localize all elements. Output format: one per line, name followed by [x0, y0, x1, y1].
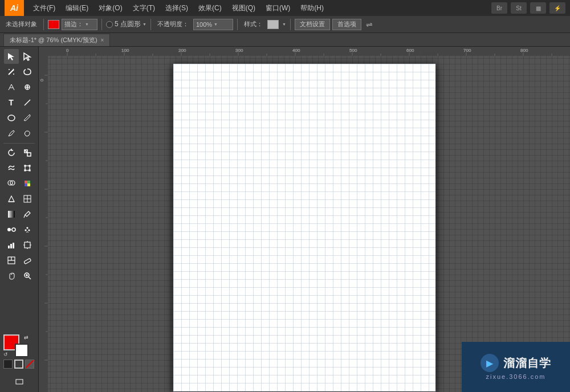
selection-tool[interactable]: [4, 49, 19, 64]
fg-bg-colors: ⇄ ↺: [3, 334, 28, 357]
column-graph-tool[interactable]: [4, 238, 19, 252]
svg-line-32: [24, 215, 25, 218]
menu-bar: 文件(F) 编辑(E) 对象(O) 文字(T) 选择(S) 效果(C) 视图(Q…: [28, 2, 487, 14]
svg-text:200: 200: [178, 48, 186, 53]
tool-row-3: [0, 80, 38, 95]
paintbrush-tool[interactable]: [20, 111, 35, 125]
background-color[interactable]: [15, 344, 28, 357]
options-bar: 未选择对象 描边： 5 点圆形 ▼ 不透明度： 100% 样式： ▼ 文档设置 …: [0, 16, 570, 33]
pencil-tool[interactable]: [4, 126, 19, 141]
tool-row-14: [0, 253, 38, 268]
artboard[interactable]: [173, 64, 435, 391]
zoom-tool[interactable]: [20, 268, 35, 283]
ellipse-tool[interactable]: [4, 111, 19, 125]
pen-tool[interactable]: [4, 80, 19, 95]
fill-color-swatch[interactable]: [48, 20, 59, 29]
svg-rect-40: [10, 244, 12, 248]
free-transform-tool[interactable]: [20, 161, 35, 175]
magic-wand-tool[interactable]: [4, 64, 19, 79]
preferences-button[interactable]: 首选项: [332, 19, 361, 30]
menu-window[interactable]: 窗口(W): [261, 2, 295, 14]
reset-colors-icon[interactable]: ↺: [3, 352, 8, 357]
menu-view[interactable]: 视图(Q): [227, 2, 260, 14]
style-swatch[interactable]: [267, 20, 279, 29]
svg-rect-25: [27, 183, 30, 186]
bridge-icon[interactable]: Br: [491, 2, 507, 14]
workspace-icon[interactable]: ▦: [530, 2, 546, 14]
tool-row-7: [0, 145, 38, 160]
tool-sep-1: [3, 143, 35, 144]
change-screen-mode[interactable]: [12, 374, 27, 389]
blob-brush-tool[interactable]: [20, 126, 35, 141]
svg-rect-41: [13, 243, 14, 248]
lasso-tool[interactable]: [20, 64, 35, 79]
tool-row-11: [0, 207, 38, 222]
slice-tool[interactable]: [4, 253, 19, 268]
style-label: 样式：: [242, 19, 265, 30]
watermark-text-small: zixue.3066.com: [486, 373, 545, 380]
svg-rect-55: [16, 379, 23, 384]
arrange-icon[interactable]: ⇌: [366, 20, 373, 29]
document-tab[interactable]: 未标题-1* @ 76% (CMYK/预览) ×: [3, 34, 110, 46]
mesh-tool[interactable]: [20, 191, 35, 206]
svg-rect-22: [25, 181, 27, 183]
rotate-tool[interactable]: [4, 145, 19, 160]
tool-row-6: [0, 126, 38, 141]
scale-tool[interactable]: [20, 145, 35, 160]
stock-icon[interactable]: St: [511, 2, 527, 14]
menu-effect[interactable]: 效果(C): [194, 2, 226, 14]
opacity-label: 不透明度：: [155, 19, 191, 30]
swap-colors-icon[interactable]: ⇄: [24, 334, 28, 340]
menu-help[interactable]: 帮助(H): [296, 2, 328, 14]
live-paint-tool[interactable]: [20, 176, 35, 191]
type-tool[interactable]: T: [4, 95, 19, 110]
perspective-tool[interactable]: [4, 191, 19, 206]
power-icon[interactable]: ⚡: [549, 2, 565, 14]
line-tool[interactable]: [20, 95, 35, 110]
shape-builder-tool[interactable]: [4, 176, 19, 191]
watermark-top: ▶ 溜溜自学: [481, 354, 551, 372]
svg-rect-31: [8, 211, 15, 218]
canvas-area[interactable]: 0 100 200 300 400 500 600 700 80: [39, 47, 570, 392]
hand-tool[interactable]: [4, 268, 19, 283]
tab-title: 未标题-1* @ 76% (CMYK/预览): [10, 36, 97, 44]
menu-edit[interactable]: 编辑(E): [61, 2, 93, 14]
svg-text:100: 100: [121, 48, 129, 53]
menu-type[interactable]: 文字(T): [128, 2, 160, 14]
app-logo: Ai: [5, 0, 24, 16]
svg-text:300: 300: [235, 48, 243, 53]
title-bar: Ai 文件(F) 编辑(E) 对象(O) 文字(T) 选择(S) 效果(C) 视…: [0, 0, 570, 16]
direct-selection-tool[interactable]: [20, 49, 35, 64]
tool-row-15: [0, 268, 38, 283]
svg-rect-24: [25, 183, 27, 186]
doc-settings-button[interactable]: 文档设置: [295, 19, 330, 30]
style-dropdown-arrow[interactable]: ▼: [282, 22, 286, 26]
opacity-dropdown[interactable]: 100%: [193, 19, 233, 30]
tab-close-button[interactable]: ×: [101, 37, 104, 43]
add-anchor-tool[interactable]: [20, 80, 35, 95]
menu-object[interactable]: 对象(O): [94, 2, 127, 14]
blend-tool[interactable]: [4, 222, 19, 237]
none-mode-button[interactable]: [25, 360, 34, 369]
svg-rect-16: [25, 165, 26, 166]
svg-text:600: 600: [406, 48, 414, 53]
fill-mode-button[interactable]: [3, 360, 13, 369]
eyedropper-tool[interactable]: [20, 207, 35, 222]
tool-row-12: [0, 222, 38, 237]
title-bar-right: Br St ▦ ⚡: [491, 2, 565, 14]
stroke-mode-button[interactable]: [14, 360, 23, 369]
pts-dropdown-arrow[interactable]: ▼: [142, 22, 146, 26]
menu-file[interactable]: 文件(F): [28, 2, 60, 14]
eraser-tool[interactable]: [20, 253, 35, 268]
warp-tool[interactable]: [4, 161, 19, 175]
symbol-sprayer-tool[interactable]: [20, 222, 35, 237]
svg-line-52: [28, 277, 31, 279]
artboard-tool[interactable]: [20, 238, 35, 252]
menu-select[interactable]: 选择(S): [161, 2, 193, 14]
watermark-icon: ▶: [481, 354, 499, 372]
svg-rect-50: [23, 258, 31, 264]
stroke-dropdown[interactable]: 描边：: [62, 19, 97, 30]
gradient-tool[interactable]: [4, 207, 19, 222]
sep3: [150, 19, 151, 30]
svg-text:800: 800: [520, 48, 528, 53]
